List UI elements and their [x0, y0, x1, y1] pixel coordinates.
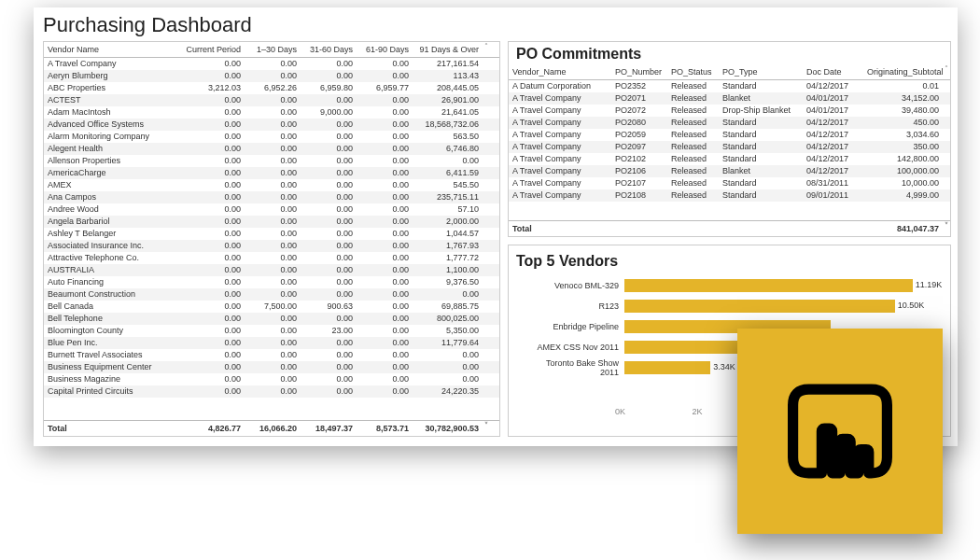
table-row[interactable]: Ana Campos0.000.000.000.00235,715.11 [44, 191, 499, 203]
table-row[interactable]: A Travel CompanyPO2080ReleasedStandard04… [509, 117, 950, 129]
table-row[interactable]: Attractive Telephone Co.0.000.000.000.00… [44, 252, 499, 264]
cell-d1: 0.00 [245, 131, 301, 143]
table-row[interactable]: Associated Insurance Inc.0.000.000.000.0… [44, 240, 499, 252]
cell-d2: 0.00 [301, 167, 357, 179]
table-row[interactable]: A Travel CompanyPO2108ReleasedStandard09… [509, 189, 950, 202]
table-row[interactable]: AUSTRALIA0.000.000.000.001,100.00 [44, 264, 499, 276]
col-current-period[interactable]: Current Period [179, 42, 245, 57]
cell-d3: 0.00 [357, 361, 413, 373]
table-row[interactable]: A Travel CompanyPO2102ReleasedStandard04… [509, 153, 950, 165]
table-row[interactable]: A Travel CompanyPO2097ReleasedStandard04… [509, 141, 950, 153]
cell-vendor: Bell Canada [44, 301, 179, 313]
cell-d1: 0.00 [245, 264, 301, 276]
cell-d1: 0.00 [245, 119, 301, 131]
col-po-status[interactable]: PO_Status [667, 64, 719, 79]
po-commitments-panel[interactable]: PO Commitments Vendor_Name PO_Number PO_… [508, 41, 951, 237]
table-row[interactable]: ACTEST0.000.000.000.0026,901.00 [44, 94, 499, 106]
table-row[interactable]: Alegent Health0.000.000.000.006,746.80 [44, 143, 499, 155]
table-row[interactable]: Allenson Properties0.000.000.000.000.00 [44, 155, 499, 167]
bar-fill [624, 300, 895, 313]
aging-table-panel[interactable]: Vendor Name Current Period 1–30 Days 31-… [43, 41, 500, 437]
bar-category-label: Toronto Bake Show 2011 [525, 358, 619, 377]
svg-rect-1 [840, 439, 850, 472]
table-row[interactable]: Bell Telephone0.000.000.000.00800,025.00 [44, 313, 499, 325]
cell-cp: 0.00 [179, 252, 245, 264]
cell-vendor: Business Magazine [44, 373, 179, 385]
col-po-number[interactable]: PO_Number [611, 64, 667, 79]
table-row[interactable]: Angela Barbariol0.000.000.000.002,000.00 [44, 216, 499, 228]
table-row[interactable]: Burnett Travel Associates0.000.000.000.0… [44, 349, 499, 361]
table-row[interactable]: Capital Printed Circuits0.000.000.000.00… [44, 385, 499, 398]
table-row[interactable]: AMEX0.000.000.000.00545.50 [44, 179, 499, 191]
col-po-vendor[interactable]: Vendor_Name [509, 64, 611, 79]
col-31-60[interactable]: 31-60 Days [301, 42, 357, 57]
cell-cp: 0.00 [179, 301, 245, 313]
cell-status: Released [667, 129, 719, 141]
scroll-down-icon[interactable]: ˅ [943, 221, 950, 236]
cell-d3: 0.00 [357, 119, 413, 131]
table-row[interactable]: Blue Pen Inc.0.000.000.000.0011,779.64 [44, 337, 499, 349]
table-row[interactable]: A Travel CompanyPO2107ReleasedStandard08… [509, 177, 950, 189]
table-row[interactable]: Alarm Monitoring Company0.000.000.000.00… [44, 131, 499, 143]
table-row[interactable]: A Travel CompanyPO2106ReleasedBlanket04/… [509, 165, 950, 177]
col-po-type[interactable]: PO_Type [719, 64, 803, 79]
cell-vendor: Allenson Properties [44, 155, 179, 167]
cell-vendor: Bell Telephone [44, 313, 179, 325]
cell-d1: 0.00 [245, 94, 301, 106]
cell-cp: 0.00 [179, 143, 245, 155]
col-1-30[interactable]: 1–30 Days [245, 42, 301, 57]
table-row[interactable]: A Travel CompanyPO2059ReleasedStandard04… [509, 129, 950, 141]
col-po-date[interactable]: Doc Date [803, 64, 863, 79]
cell-d3: 0.00 [357, 349, 413, 361]
table-row[interactable]: Bloomington County0.000.0023.000.005,350… [44, 325, 499, 337]
table-row[interactable]: A Datum CorporationPO2352ReleasedStandar… [509, 80, 950, 92]
table-row[interactable]: ABC Properties3,212.036,952.266,959.806,… [44, 82, 499, 94]
col-91-over[interactable]: 91 Days & Over [413, 42, 483, 57]
table-row[interactable]: AmericaCharge0.000.000.000.006,411.59 [44, 167, 499, 179]
cell-po: PO2107 [611, 177, 667, 189]
table-row[interactable]: Business Equipment Center0.000.000.000.0… [44, 361, 499, 373]
table-row[interactable]: Bell Canada0.007,500.00900.630.0069,885.… [44, 301, 499, 313]
po-table-total-row: Total 841,047.37 ˅ [509, 220, 950, 236]
cell-d3: 0.00 [357, 301, 413, 313]
cell-vendor: Ana Campos [44, 191, 179, 203]
cell-cp: 3,212.03 [179, 82, 245, 94]
cell-vendor: Aeryn Blumberg [44, 70, 179, 82]
col-po-subtotal[interactable]: Originating_Subtotal [863, 64, 943, 79]
cell-sub: 350.00 [863, 141, 943, 153]
cell-d1: 0.00 [245, 337, 301, 349]
page-title: Purchasing Dashboard [43, 13, 948, 37]
cell-d3: 0.00 [357, 155, 413, 167]
cell-cp: 0.00 [179, 94, 245, 106]
cell-sub: 10,000.00 [863, 177, 943, 189]
scroll-up-icon[interactable]: ˄ [943, 64, 950, 79]
chart-bar-row[interactable]: Venoco BML-32911.19K [525, 275, 933, 296]
cell-over: 0.00 [413, 155, 483, 167]
table-row[interactable]: Beaumont Construction0.000.000.000.000.0… [44, 288, 499, 301]
col-vendor-name[interactable]: Vendor Name [44, 42, 179, 57]
table-row[interactable]: Advanced Office Systems0.000.000.000.001… [44, 119, 499, 131]
cell-d3: 0.00 [357, 325, 413, 337]
table-row[interactable]: Aeryn Blumberg0.000.000.000.00113.43 [44, 70, 499, 82]
table-row[interactable]: Auto Financing0.000.000.000.009,376.50 [44, 276, 499, 288]
cell-d3: 0.00 [357, 252, 413, 264]
scroll-down-icon[interactable]: ˅ [483, 421, 490, 436]
cell-vendor: Burnett Travel Associates [44, 349, 179, 361]
cell-over: 1,767.93 [413, 240, 483, 252]
table-row[interactable]: A Travel CompanyPO2071ReleasedBlanket04/… [509, 92, 950, 105]
bar-category-label: R123 [525, 301, 619, 311]
cell-sub: 450.00 [863, 117, 943, 129]
table-row[interactable]: A Travel CompanyPO2072ReleasedDrop-Ship … [509, 105, 950, 117]
cell-cp: 0.00 [179, 373, 245, 385]
cell-vendor: AMEX [44, 179, 179, 191]
scroll-up-icon[interactable]: ˄ [483, 42, 490, 57]
bar-track: 11.19K [624, 279, 933, 292]
col-61-90[interactable]: 61-90 Days [357, 42, 413, 57]
table-row[interactable]: Business Magazine0.000.000.000.000.00 [44, 373, 499, 385]
table-row[interactable]: Adam MacIntosh0.000.009,000.000.0021,641… [44, 106, 499, 119]
chart-bar-row[interactable]: R12310.50K [525, 296, 933, 316]
table-row[interactable]: Ashley T Belanger0.000.000.000.001,044.5… [44, 228, 499, 240]
table-row[interactable]: Andree Wood0.000.000.000.0057.10 [44, 203, 499, 216]
table-row[interactable]: A Travel Company0.000.000.000.00217,161.… [44, 58, 499, 70]
bar-fill [624, 279, 913, 292]
